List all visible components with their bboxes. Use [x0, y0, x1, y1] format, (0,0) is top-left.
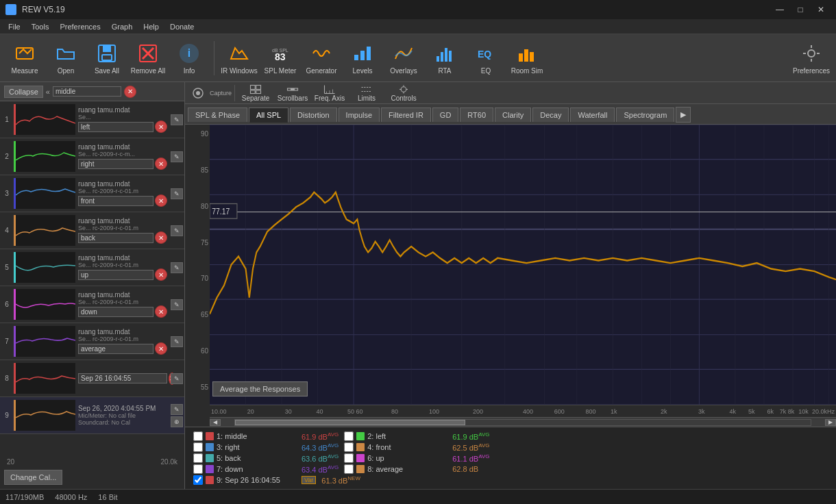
- room-sim-button[interactable]: Room Sim: [508, 37, 546, 79]
- meas-edit-button[interactable]: ✎: [171, 336, 183, 347]
- meas-copy-button[interactable]: ⊕: [171, 416, 183, 427]
- meas-clear-button[interactable]: ✕: [155, 342, 167, 355]
- meas-edit-button[interactable]: ✎: [171, 404, 183, 415]
- meas-name-input[interactable]: [78, 159, 153, 169]
- meas-name-input[interactable]: [78, 196, 153, 206]
- meas-clear-button[interactable]: ✕: [155, 268, 167, 281]
- meas-edit-button[interactable]: ✎: [171, 262, 183, 273]
- scrollbar-thumb[interactable]: [235, 420, 465, 425]
- spl-meter-label: SPL Meter: [265, 67, 297, 75]
- meas-clear-button[interactable]: ✕: [155, 305, 167, 318]
- tab-more-button[interactable]: ▶: [676, 107, 691, 123]
- measure-button[interactable]: Measure: [5, 37, 44, 79]
- levels-button[interactable]: Levels: [343, 37, 382, 79]
- preferences-button[interactable]: Preferences: [792, 37, 831, 79]
- spl-meter-button[interactable]: dB SPL83 SPL Meter: [261, 37, 299, 79]
- tab-spectrogram[interactable]: Spectrogram: [616, 108, 674, 122]
- close-button[interactable]: ✕: [811, 3, 831, 16]
- collapse-button[interactable]: Collapse: [4, 86, 43, 98]
- remove-all-button[interactable]: Remove All: [129, 37, 167, 79]
- minimize-button[interactable]: —: [770, 3, 789, 16]
- legend-color-6: [356, 454, 365, 462]
- overlays-button[interactable]: Overlays: [384, 37, 423, 79]
- separate-button[interactable]: Separate: [238, 84, 273, 103]
- scrollbars-button[interactable]: Scrollbars: [275, 84, 310, 103]
- eq-button[interactable]: EQ EQ: [467, 37, 505, 79]
- meas-clear-button[interactable]: ✕: [155, 158, 167, 170]
- save-all-button[interactable]: Save All: [88, 37, 126, 79]
- tab-distortion[interactable]: Distortion: [290, 108, 336, 122]
- meas-clear-button[interactable]: ✕: [155, 231, 167, 244]
- tab-spl-phase[interactable]: SPL & Phase: [188, 108, 247, 122]
- meas-edit-button[interactable]: ✎: [171, 299, 183, 310]
- tab-waterfall[interactable]: Waterfall: [570, 108, 615, 122]
- open-button[interactable]: Open: [47, 37, 85, 79]
- menu-preferences[interactable]: Preferences: [54, 21, 106, 32]
- meas-clear-button[interactable]: ✕: [155, 121, 167, 133]
- meas-edit-button[interactable]: ✎: [171, 188, 183, 199]
- menu-file[interactable]: File: [3, 21, 26, 32]
- generator-button[interactable]: Generator: [302, 37, 341, 79]
- controls-label: Controls: [391, 94, 416, 102]
- legend-row-2: 3: right 64.3 dBAVG 4: front 62.5 dBAVG: [193, 442, 828, 452]
- controls-button[interactable]: Controls: [386, 84, 421, 103]
- rta-button[interactable]: RTA: [426, 37, 464, 79]
- legend-check-1[interactable]: [193, 431, 203, 441]
- change-cal-button[interactable]: Change Cal...: [4, 470, 62, 485]
- menu-tools[interactable]: Tools: [26, 21, 55, 32]
- menu-graph[interactable]: Graph: [106, 21, 138, 32]
- meas-edit-button[interactable]: ✎: [171, 373, 183, 384]
- legend-check-8[interactable]: [344, 464, 354, 474]
- meas-info: ruang tamu.mdat Se... rc-2009-r-c-01.m ✕: [77, 291, 171, 318]
- x-label-200: 200: [473, 408, 483, 415]
- tab-clarity[interactable]: Clarity: [495, 108, 531, 122]
- tab-filtered-ir[interactable]: Filtered IR: [381, 108, 431, 122]
- scroll-right-button[interactable]: ▶: [825, 419, 836, 426]
- legend-value-1: 61.9 dBAVG: [302, 431, 339, 441]
- svg-point-28: [196, 91, 200, 95]
- legend-label-4: 4: front: [367, 443, 450, 451]
- remove-all-icon: [136, 41, 160, 66]
- legend-value-2: 61.9 dBAVG: [452, 431, 489, 441]
- meas-name-input[interactable]: [78, 307, 153, 317]
- maximize-button[interactable]: □: [791, 3, 810, 16]
- legend-check-3[interactable]: [193, 442, 203, 452]
- meas-name-input[interactable]: [78, 270, 153, 280]
- meas-clear-button[interactable]: ✕: [155, 194, 167, 207]
- ir-windows-button[interactable]: IR Windows: [220, 37, 258, 79]
- search-clear-button[interactable]: ✕: [124, 86, 136, 98]
- tab-rt60[interactable]: RT60: [460, 108, 493, 122]
- legend-check-6[interactable]: [344, 453, 354, 463]
- freq-axis-button[interactable]: Freq. Axis: [312, 84, 347, 103]
- average-responses-button[interactable]: Average the Responses: [212, 381, 308, 396]
- scrollbar-track[interactable]: [234, 419, 811, 426]
- legend-check-9[interactable]: [193, 475, 203, 485]
- tab-all-spl[interactable]: All SPL: [249, 108, 288, 123]
- scroll-left-button[interactable]: ◀: [210, 419, 221, 426]
- tab-gd[interactable]: GD: [432, 108, 459, 122]
- svg-rect-34: [291, 88, 295, 90]
- legend-check-5[interactable]: [193, 453, 203, 463]
- menu-donate[interactable]: Donate: [164, 21, 199, 32]
- menu-help[interactable]: Help: [138, 21, 164, 32]
- meas-edit-button[interactable]: ✎: [171, 151, 183, 162]
- tab-impulse[interactable]: Impulse: [339, 108, 380, 122]
- legend-check-7[interactable]: [193, 464, 203, 474]
- meas-number: 3: [1, 190, 12, 197]
- graph-canvas[interactable]: 77.17 dB Average the Responses: [210, 125, 836, 405]
- meas-edit-button[interactable]: ✎: [171, 225, 183, 236]
- legend-check-4[interactable]: [344, 442, 354, 452]
- meas-thumbnail: [14, 289, 75, 320]
- meas-name-input[interactable]: [78, 344, 153, 354]
- limits-button[interactable]: Limits: [349, 84, 384, 103]
- meas-name-input[interactable]: [78, 122, 153, 132]
- meas-name-input[interactable]: [78, 373, 167, 383]
- legend-check-2[interactable]: [344, 431, 354, 441]
- meas-name-input[interactable]: [78, 233, 153, 243]
- meas-edit-button[interactable]: ✎: [171, 114, 183, 125]
- meas-filename: ruang tamu.mdat: [78, 143, 169, 151]
- capture-button[interactable]: [188, 84, 208, 103]
- info-button[interactable]: i Info: [170, 37, 208, 79]
- search-input[interactable]: [53, 86, 121, 97]
- tab-decay[interactable]: Decay: [532, 108, 569, 122]
